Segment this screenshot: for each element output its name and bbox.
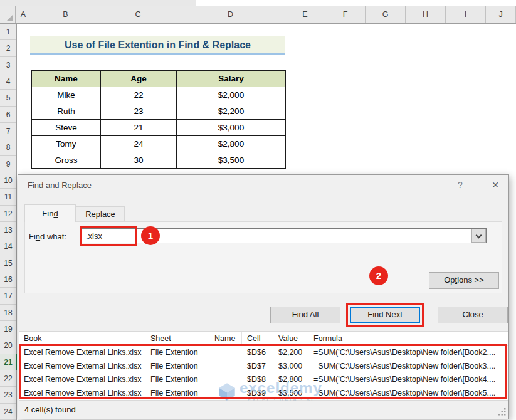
ws-header-cell[interactable]: Name [32,71,101,87]
column-header-F[interactable]: F [325,6,366,23]
row-header-21[interactable]: 21 [0,354,16,370]
ws-cell[interactable]: Ruth [32,103,101,120]
select-all-triangle-icon [6,14,13,21]
row-header-12[interactable]: 12 [0,206,16,222]
annotation-step-1-badge: 1 [141,226,160,245]
row-header-13[interactable]: 13 [0,222,16,238]
row-header-4[interactable]: 4 [0,73,16,90]
close-icon[interactable]: ✕ [485,177,506,192]
options-button[interactable]: Options >> [429,272,499,289]
ws-cell[interactable]: Gross [32,152,101,169]
annotation-step-2-badge: 2 [369,266,388,285]
results-col-cell[interactable]: Cell [242,332,273,345]
ws-cell[interactable]: Mike [32,87,101,103]
find-what-dropdown-button[interactable] [471,229,486,243]
row-header-17[interactable]: 17 [0,288,16,304]
ws-table-row: Mike22$2,000 [32,87,286,103]
find-all-button[interactable]: Find All [270,307,340,323]
row-header-11[interactable]: 11 [0,189,16,205]
ws-cell[interactable]: Steve [32,120,101,136]
ws-cell[interactable]: $3,500 [177,152,286,169]
row-header-24[interactable]: 24 [0,404,16,420]
ws-cell[interactable]: $2,200 [177,103,286,120]
row-header-8[interactable]: 8 [0,139,16,155]
title-banner-cell[interactable]: Use of File Extention in Find & Replace [30,36,285,55]
ws-table-row: Steve21$3,000 [32,120,286,136]
column-header-D[interactable]: D [176,6,285,23]
results-col-name[interactable]: Name [209,332,242,345]
tab-find[interactable]: Find [24,204,76,222]
row-header-6[interactable]: 6 [0,107,16,123]
worksheet-data-table: NameAgeSalaryMike22$2,000Ruth23$2,200Ste… [31,70,286,169]
row-header-22[interactable]: 22 [0,370,16,387]
tab-replace-label: Re [85,209,96,219]
row-header-2[interactable]: 2 [0,40,16,56]
ws-cell[interactable]: $3,000 [177,120,286,136]
tab-replace[interactable]: Replace [76,206,125,221]
column-header-A[interactable]: A [16,6,31,23]
ws-cell[interactable]: Tomy [32,136,101,152]
row-header-19[interactable]: 19 [0,321,16,337]
cells-found-status: 4 cell(s) found [24,401,76,419]
ws-cell[interactable]: $2,000 [177,87,286,103]
dialog-title-bar[interactable]: Find and Replace ? ✕ [18,175,508,199]
dialog-status-bar: 4 cell(s) found [18,401,508,419]
row-header-7[interactable]: 7 [0,123,16,139]
column-header-H[interactable]: H [406,6,446,23]
row-header-20[interactable]: 20 [0,337,16,354]
annotation-box-find-next [346,303,424,327]
results-col-formula[interactable]: Formula [308,332,508,345]
row-header-15[interactable]: 15 [0,255,16,271]
column-header-B[interactable]: B [31,6,100,23]
results-col-sheet[interactable]: Sheet [145,332,209,345]
ws-cell[interactable]: 22 [101,87,177,103]
dialog-title: Find and Replace [28,181,92,190]
row-header-1[interactable]: 1 [0,24,16,40]
column-header-C[interactable]: C [100,6,176,23]
column-headers: ABCDEFGHIJ [0,6,516,24]
close-button[interactable]: Close [438,307,508,323]
annotation-box-find-what [80,226,137,246]
ws-header-cell[interactable]: Salary [177,71,286,87]
ws-cell[interactable]: $2,800 [177,136,286,152]
row-header-10[interactable]: 10 [0,172,16,189]
tab-find-label: Fin [42,209,53,218]
annotation-box-results [19,344,507,399]
ws-cell[interactable]: 21 [101,120,177,136]
row-header-23[interactable]: 23 [0,387,16,403]
formula-bar-fragment [0,0,516,6]
ws-cell[interactable]: 30 [101,152,177,169]
row-header-14[interactable]: 14 [0,238,16,255]
results-col-book[interactable]: Book [19,332,145,345]
formula-bar-input-fragment [196,0,516,6]
chevron-down-icon [476,233,482,239]
column-header-J[interactable]: J [486,6,516,23]
column-header-E[interactable]: E [285,6,325,23]
column-header-strip: ABCDEFGHIJ [16,6,516,23]
results-col-value[interactable]: Value [273,332,308,345]
column-header-G[interactable]: G [366,6,406,23]
find-what-label: Find what: [29,232,66,241]
resize-grip[interactable] [497,407,506,416]
help-icon[interactable]: ? [451,177,470,192]
excel-window: ABCDEFGHIJ 12345678910111213141516171819… [0,0,516,420]
ws-header-cell[interactable]: Age [101,71,177,87]
row-header-3[interactable]: 3 [0,57,16,73]
ws-table-row: Gross30$3,500 [32,152,286,169]
row-header-16[interactable]: 16 [0,271,16,288]
select-all-corner[interactable] [0,6,16,23]
row-headers: 123456789101112131415161718192021222324 [0,24,17,420]
row-header-9[interactable]: 9 [0,156,16,172]
column-header-I[interactable]: I [446,6,486,23]
ws-cell[interactable]: 24 [101,136,177,152]
row-header-18[interactable]: 18 [0,305,16,321]
row-header-5[interactable]: 5 [0,90,16,106]
ws-table-row: Tomy24$2,800 [32,136,286,152]
ws-table-row: Ruth23$2,200 [32,103,286,120]
ws-cell[interactable]: 23 [101,103,177,120]
find-replace-dialog: Find and Replace ? ✕ Replace Find Find w… [18,174,509,419]
